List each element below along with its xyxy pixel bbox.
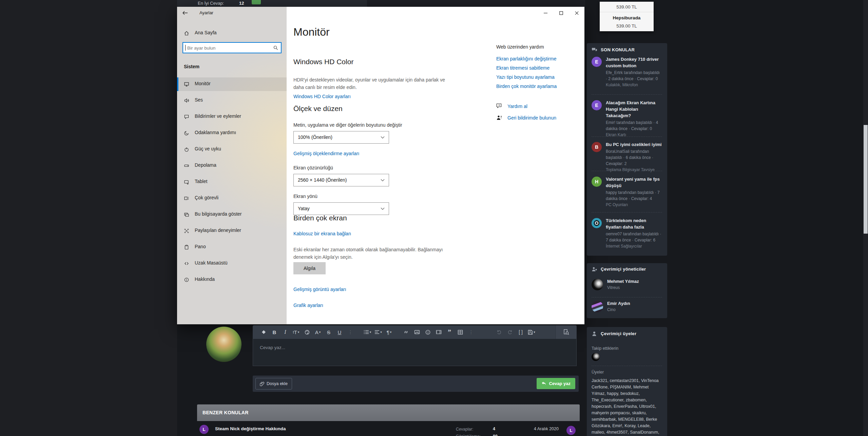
reply-textarea[interactable]	[253, 339, 576, 366]
more-dots-icon[interactable]: ⋮	[467, 328, 476, 336]
topic-item: E James Donkey 710 driver custom button …	[592, 56, 662, 88]
help-link-brightness[interactable]: Ekran parlaklığını değiştirme	[496, 54, 557, 63]
graphics-settings-link[interactable]: Grafik ayarları	[293, 303, 323, 308]
avatar[interactable]: L	[199, 425, 209, 434]
topic-meta: happy tarafından başlatıldı · 7 dakika ö…	[606, 189, 662, 202]
strikethrough-icon[interactable]: S	[324, 328, 333, 336]
topic-title[interactable]: Alacağım Ekran Kartına Hangi Kabloları T…	[606, 99, 662, 119]
redo-icon[interactable]	[505, 328, 514, 336]
feedback-row[interactable]: Geri bildirimde bulunun	[496, 115, 556, 121]
views-count: 80	[493, 434, 498, 436]
italic-icon[interactable]: I	[281, 328, 290, 336]
avatar[interactable]: H	[592, 177, 602, 187]
avatar[interactable]: O	[592, 218, 602, 228]
sidebar-item-about[interactable]: Hakkında	[177, 273, 287, 287]
more-dots-icon[interactable]: ⋮	[346, 328, 355, 336]
members-list[interactable]: Jack321, cemtastan2301, VinTenoa Cerfion…	[592, 378, 662, 436]
list-icon[interactable]: ▾	[363, 328, 372, 336]
attach-file-button[interactable]: Dosya ekle	[255, 378, 292, 389]
similar-topic-title[interactable]: Steam Nick değiştirme Hakkında	[215, 426, 286, 431]
search-icon[interactable]	[273, 45, 278, 51]
smiley-icon[interactable]	[423, 328, 432, 336]
help-link-flicker[interactable]: Ekran titremesi sabitleme	[496, 63, 557, 73]
help-link-multimonitor[interactable]: Birden çok monitör ayarlama	[496, 82, 557, 91]
best-answer-badge[interactable]	[252, 0, 261, 4]
save-draft-icon[interactable]: ▾	[527, 328, 536, 336]
underline-icon[interactable]: U	[335, 328, 344, 336]
scrollbar-thumb[interactable]	[864, 125, 868, 234]
paragraph-icon[interactable]: ¶▾	[385, 328, 393, 336]
admin-name[interactable]: Emir Aydın	[607, 301, 630, 306]
settings-search-box[interactable]	[182, 42, 282, 53]
sidebar-item-sound[interactable]: Ses	[177, 94, 287, 107]
topic-title[interactable]: James Donkey 710 driver custom button	[606, 56, 662, 69]
avatar[interactable]: E	[592, 100, 602, 110]
reply-button[interactable]: Cevap yaz	[537, 378, 575, 389]
topic-category[interactable]: Ekran Kartı	[606, 132, 662, 138]
reply-editor	[253, 339, 577, 366]
sidebar-item-projecting[interactable]: Bu bilgisayarda göster	[177, 208, 287, 221]
sidebar-item-tablet[interactable]: Tablet	[177, 175, 287, 189]
sidebar-item-power-sleep[interactable]: Güç ve uyku	[177, 143, 287, 156]
sidebar-item-focus-assist[interactable]: Odaklanma yardımı	[177, 126, 287, 140]
sidebar-item-shared-experiences[interactable]: Paylaşılan deneyimler	[177, 224, 287, 238]
admin-name[interactable]: Mehmet Yılmaz	[607, 279, 639, 284]
sidebar-item-multitasking[interactable]: Çok görevli	[177, 192, 287, 205]
sidebar-item-notifications[interactable]: Bildirimler ve eylemler	[177, 110, 287, 124]
orientation-dropdown[interactable]: Yatay	[293, 202, 389, 215]
link-icon[interactable]	[402, 328, 410, 336]
price-bottom[interactable]: 539.00 TL	[600, 23, 654, 29]
avatar[interactable]: E	[592, 57, 602, 67]
topic-category[interactable]: Toplama Bilgisayar Tavsiye	[606, 167, 662, 173]
text-size-icon[interactable]: tT▾	[292, 328, 301, 336]
get-help-row[interactable]: ? Yardım al	[496, 103, 527, 109]
code-brackets-icon[interactable]: [ ]	[516, 328, 525, 336]
avatar[interactable]: L	[566, 426, 576, 435]
scale-dropdown[interactable]: 100% (Önerilen)	[293, 131, 389, 144]
minimize-button[interactable]	[538, 7, 553, 19]
table-icon[interactable]	[456, 328, 465, 336]
align-icon[interactable]: ▾	[374, 328, 383, 336]
preview-icon[interactable]	[555, 325, 577, 339]
sidebar-item-remote-desktop[interactable]: Uzak Masaüstü	[177, 257, 287, 270]
wireless-display-link[interactable]: Kablosuz bir ekrana bağlan	[293, 231, 351, 236]
sidebar-item-storage[interactable]: Depolama	[177, 159, 287, 172]
topic-category[interactable]: Kulaklık, Mikrofon	[606, 82, 662, 88]
topic-title[interactable]: Valorant yeni yama ile fps düşüşü	[606, 176, 662, 189]
quote-icon[interactable]: ”	[445, 328, 454, 336]
topic-category[interactable]: PC Oyunları	[606, 202, 662, 208]
back-arrow-icon[interactable]	[182, 10, 189, 16]
undo-icon[interactable]	[495, 328, 503, 336]
font-color-icon[interactable]: A▾	[313, 328, 322, 336]
sidebar-item-monitor[interactable]: Monitör	[177, 77, 287, 91]
sidebar-item-home[interactable]: Ana Sayfa	[177, 26, 287, 40]
close-button[interactable]	[569, 7, 584, 19]
user-avatar[interactable]	[206, 327, 242, 362]
price-top[interactable]: 539.00 TL	[600, 4, 654, 10]
detect-button[interactable]: Algıla	[293, 262, 326, 274]
topic-title[interactable]: Bu PC iyimi ozelikleri iyimi	[606, 141, 662, 148]
resolution-dropdown[interactable]: 2560 × 1440 (Önerilen)	[293, 174, 389, 186]
advanced-scaling-link[interactable]: Gelişmiş ölçeklendirme ayarları	[293, 151, 360, 156]
remove-format-icon[interactable]	[259, 328, 268, 336]
avatar[interactable]	[592, 279, 603, 290]
topic-title[interactable]: Türktelekom neden fiyatları daha fazla	[606, 217, 662, 230]
avatar[interactable]: B	[592, 142, 602, 152]
hd-color-settings-link[interactable]: Windows HD Color ayarları	[293, 94, 351, 99]
store-name[interactable]: Hepsiburada	[600, 15, 654, 20]
help-link-fontsize[interactable]: Yazı tipi boyutunu ayarlama	[496, 73, 557, 82]
bold-icon[interactable]: B	[270, 328, 279, 336]
palette-icon[interactable]	[303, 328, 311, 336]
maximize-button[interactable]	[554, 7, 569, 19]
topic-category[interactable]: İnternet Sağlayıcılar	[606, 243, 662, 249]
recent-topics-card: SON KONULAR E James Donkey 710 driver cu…	[587, 43, 667, 256]
sidebar-item-clipboard[interactable]: Pano	[177, 240, 287, 254]
chevron-down-icon	[381, 207, 385, 210]
following-avatar[interactable]	[592, 353, 600, 361]
media-icon[interactable]	[434, 328, 443, 336]
following-label: Takip ettiklerin	[592, 346, 618, 351]
advanced-display-link[interactable]: Gelişmiş görüntü ayarları	[293, 287, 346, 292]
image-icon[interactable]	[412, 328, 421, 336]
search-input[interactable]	[185, 43, 273, 53]
avatar[interactable]	[592, 301, 603, 312]
